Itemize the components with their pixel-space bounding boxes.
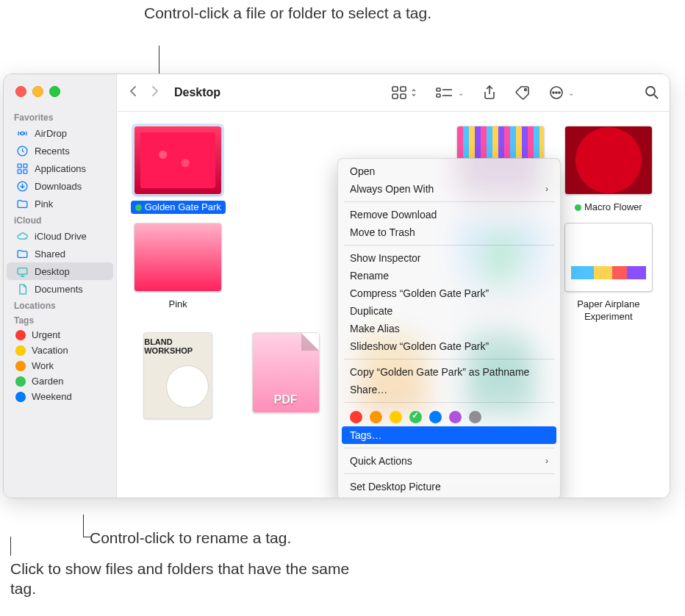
sidebar-item-label: Work	[32, 360, 54, 371]
context-menu-item[interactable]: Remove Download	[338, 206, 560, 223]
sidebar: FavoritesAirDropRecentsApplicationsDownl…	[4, 74, 117, 498]
forward-button[interactable]	[151, 85, 159, 101]
window-title: Desktop	[174, 86, 220, 99]
svg-rect-2	[18, 164, 21, 168]
context-menu-item-set-desktop[interactable]: Set Desktop Picture	[338, 478, 560, 495]
svg-rect-3	[23, 164, 26, 168]
sidebar-header: Favorites	[4, 110, 116, 124]
context-menu-item[interactable]: Compress “Golden Gate Park”	[338, 284, 560, 302]
sidebar-item-garden[interactable]: Garden	[7, 373, 113, 389]
svg-rect-8	[392, 87, 398, 91]
sidebar-item-label: Shared	[35, 248, 65, 259]
svg-point-0	[21, 132, 24, 135]
file-item[interactable]: Paper Airplane Experiment	[558, 223, 659, 323]
sidebar-item-label: Desktop	[35, 266, 70, 277]
context-menu-item[interactable]: Move to Trash	[338, 223, 560, 241]
tag-color-swatch[interactable]	[429, 411, 442, 423]
tag-dot-icon	[15, 330, 26, 340]
file-item[interactable]	[558, 332, 659, 419]
context-menu: OpenAlways Open With›Remove DownloadMove…	[337, 158, 561, 498]
minimize-button[interactable]	[32, 86, 43, 97]
search-button[interactable]	[645, 85, 659, 100]
context-menu-item-tags[interactable]: Tags…	[342, 426, 556, 444]
context-menu-item[interactable]: Copy “Golden Gate Park” as Pathname	[338, 363, 560, 381]
downloads-icon	[15, 179, 29, 193]
file-thumbnail: BLAND WORKSHOP	[143, 332, 212, 419]
finder-window: FavoritesAirDropRecentsApplicationsDownl…	[3, 74, 670, 498]
callout-top: Control-click a file or folder to select…	[144, 3, 453, 23]
svg-line-22	[654, 95, 658, 99]
tag-color-swatch[interactable]	[409, 411, 422, 423]
tag-color-swatch[interactable]	[370, 411, 382, 423]
context-menu-item[interactable]: Share…	[338, 381, 560, 398]
callout-bottom: Click to show files and folders that hav…	[10, 559, 378, 599]
menu-separator	[344, 201, 554, 202]
svg-point-18	[553, 92, 554, 93]
sidebar-item-shared[interactable]: Shared	[7, 245, 113, 262]
share-button[interactable]	[483, 85, 496, 100]
svg-rect-4	[18, 169, 21, 173]
sidebar-item-label: Urgent	[32, 329, 60, 340]
tag-color-swatch[interactable]	[469, 411, 481, 423]
file-label: Golden Gate Park	[131, 201, 226, 214]
sidebar-item-work[interactable]: Work	[7, 358, 113, 373]
file-item[interactable]: Pink	[127, 223, 229, 323]
back-button[interactable]	[129, 85, 137, 101]
docs-icon	[15, 282, 29, 296]
context-menu-item-quick-actions[interactable]: Quick Actions›	[338, 452, 560, 470]
menu-separator	[344, 245, 554, 246]
toolbar: Desktop ⌄ ⌄	[117, 74, 670, 112]
callout-mid: Control-click to rename a tag.	[90, 528, 384, 548]
fullscreen-button[interactable]	[49, 86, 60, 97]
file-item[interactable]: PDF	[234, 332, 336, 419]
sidebar-item-label: Downloads	[35, 181, 82, 192]
chevron-right-icon: ›	[545, 184, 548, 194]
tag-color-swatch[interactable]	[390, 411, 402, 423]
sidebar-item-icloud-drive[interactable]: iCloud Drive	[7, 227, 113, 245]
menu-separator	[344, 448, 554, 448]
more-button[interactable]: ⌄	[549, 85, 574, 100]
tag-dot-icon	[15, 345, 26, 356]
file-item[interactable]	[234, 223, 336, 323]
svg-point-21	[646, 87, 655, 96]
sidebar-header: Tags	[4, 312, 116, 327]
sidebar-item-recents[interactable]: Recents	[7, 142, 113, 160]
sidebar-item-downloads[interactable]: Downloads	[7, 177, 113, 195]
sidebar-item-documents[interactable]: Documents	[7, 280, 113, 298]
context-menu-item[interactable]: Slideshow “Golden Gate Park”	[338, 337, 560, 355]
file-label: Macro Flower	[570, 201, 647, 214]
sidebar-item-applications[interactable]: Applications	[7, 160, 113, 177]
icloud-icon	[15, 229, 29, 243]
sidebar-item-weekend[interactable]: Weekend	[7, 389, 113, 404]
tag-color-swatch[interactable]	[449, 411, 462, 423]
svg-rect-10	[392, 94, 398, 99]
tag-color-row	[338, 407, 560, 426]
context-menu-item[interactable]: Duplicate	[338, 302, 560, 320]
file-item[interactable]: Golden Gate Park	[127, 126, 229, 214]
context-menu-item[interactable]: Rename	[338, 267, 560, 284]
tag-color-swatch[interactable]	[350, 411, 362, 423]
group-button[interactable]: ⌄	[436, 86, 464, 99]
menu-separator	[344, 359, 554, 359]
file-item[interactable]	[234, 126, 336, 214]
sidebar-item-desktop[interactable]: Desktop	[7, 262, 113, 280]
context-menu-item[interactable]: Make Alias	[338, 320, 560, 337]
tags-button[interactable]	[515, 85, 530, 100]
sidebar-item-label: Pink	[35, 198, 53, 209]
content-area: Golden Gate ParkLight Display 03Macro Fl…	[117, 111, 670, 498]
context-menu-item[interactable]: Show Inspector	[338, 249, 560, 267]
close-button[interactable]	[15, 86, 26, 97]
sidebar-item-airdrop[interactable]: AirDrop	[7, 124, 113, 142]
tag-dot-icon	[15, 392, 26, 402]
sidebar-item-urgent[interactable]: Urgent	[7, 327, 113, 343]
context-menu-item[interactable]: Open	[338, 162, 560, 180]
file-item[interactable]: Macro Flower	[558, 126, 659, 214]
sidebar-item-pink[interactable]: Pink	[7, 195, 113, 212]
sidebar-item-label: Garden	[32, 376, 63, 387]
view-mode-button[interactable]	[392, 86, 417, 99]
tag-dot-icon	[15, 376, 26, 387]
file-item[interactable]: BLAND WORKSHOP	[127, 332, 229, 419]
sidebar-item-label: AirDrop	[35, 128, 67, 139]
sidebar-item-vacation[interactable]: Vacation	[7, 343, 113, 358]
context-menu-item[interactable]: Always Open With›	[338, 180, 560, 198]
